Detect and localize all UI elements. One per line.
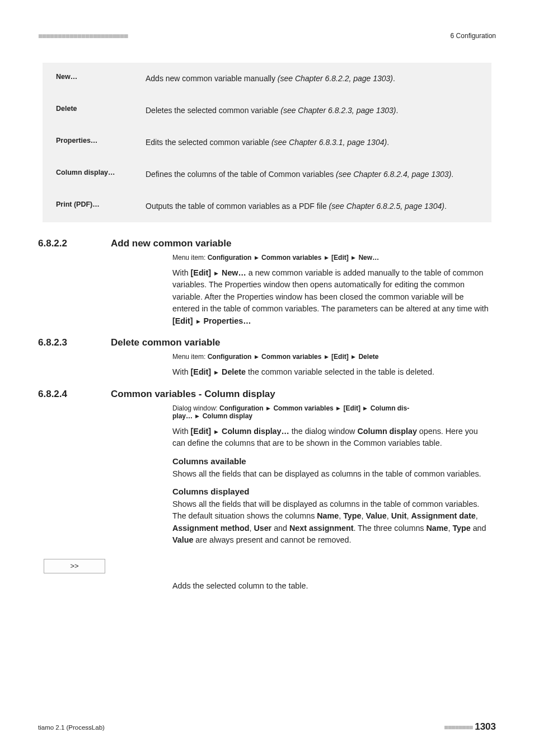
text-bold: Name bbox=[426, 524, 448, 533]
def-desc-text: Defines the columns of the table of Comm… bbox=[146, 170, 336, 179]
def-desc-ref: (see Chapter 6.8.2.5, page 1304) bbox=[329, 202, 444, 211]
text: With bbox=[172, 427, 191, 436]
menu-prefix: Menu item: bbox=[172, 254, 208, 262]
chevron-right-icon: ▶ bbox=[214, 429, 218, 435]
def-desc-post: . bbox=[451, 170, 453, 179]
text: , bbox=[339, 511, 343, 520]
section-heading-6824: 6.8.2.4 Common variables - Column displa… bbox=[38, 389, 496, 400]
menu-part: [Edit] bbox=[331, 353, 349, 361]
menu-path: Dialog window: Configuration ▶ Common va… bbox=[172, 404, 490, 420]
text-bold: Next assignment bbox=[289, 524, 353, 533]
menu-part: Delete bbox=[358, 353, 378, 361]
definitions-block: New… Adds new common variable manually (… bbox=[43, 63, 491, 222]
text: , bbox=[407, 511, 411, 520]
def-desc-ref: (see Chapter 6.8.2.3, page 1303) bbox=[280, 106, 396, 115]
paragraph: Shows all the fields that can be display… bbox=[172, 468, 490, 480]
text: . The three columns bbox=[353, 524, 426, 533]
section-title: Delete common variable bbox=[111, 337, 221, 348]
paragraph: Shows all the fields that will be displa… bbox=[172, 498, 490, 547]
def-row-properties: Properties… Edits the selected common va… bbox=[43, 127, 491, 158]
menu-part: New… bbox=[358, 254, 379, 262]
menu-part: Configuration bbox=[208, 254, 252, 262]
def-desc: Deletes the selected common variable (se… bbox=[146, 105, 478, 116]
section-title: Add new common variable bbox=[111, 238, 231, 249]
section-number: 6.8.2.4 bbox=[38, 389, 111, 400]
menu-path: Menu item: Configuration ▶ Common variab… bbox=[172, 254, 490, 262]
text-bold: [Edit] bbox=[191, 268, 214, 277]
menu-prefix: Dialog window: bbox=[172, 404, 219, 412]
chevron-right-icon: ▶ bbox=[195, 413, 199, 419]
text-bold: [Edit] bbox=[191, 367, 214, 376]
menu-part: Common variables bbox=[273, 404, 333, 412]
chevron-right-icon: ▶ bbox=[336, 405, 340, 411]
chevron-right-icon: ▶ bbox=[214, 270, 218, 276]
chevron-right-icon: ▶ bbox=[214, 370, 218, 375]
def-desc-ref: (see Chapter 6.8.2.2, page 1303) bbox=[278, 74, 393, 83]
def-term: Properties… bbox=[56, 137, 146, 148]
footer-page: ■■■■■■■■1303 bbox=[444, 721, 496, 732]
text-bold: Delete bbox=[222, 367, 246, 376]
menu-part: play… bbox=[172, 412, 194, 420]
def-desc: Defines the columns of the table of Comm… bbox=[146, 169, 478, 180]
text: and bbox=[471, 524, 486, 533]
paragraph: With [Edit] ▶ Column display… the dialog… bbox=[172, 426, 490, 450]
def-term: New… bbox=[56, 73, 146, 85]
def-desc-post: . bbox=[444, 202, 447, 211]
section-number: 6.8.2.2 bbox=[38, 238, 111, 249]
section-number: 6.8.2.3 bbox=[38, 337, 111, 348]
def-desc-post: . bbox=[393, 74, 395, 83]
text: and bbox=[271, 524, 289, 533]
chevron-right-icon: ▶ bbox=[255, 255, 259, 260]
menu-part: Column display bbox=[203, 412, 252, 420]
text: the dialog window bbox=[289, 427, 358, 436]
text-bold: Column display bbox=[357, 427, 416, 436]
text-bold: Assignment date bbox=[411, 511, 476, 520]
menu-path: Menu item: Configuration ▶ Common variab… bbox=[172, 353, 490, 361]
chevron-right-icon: ▶ bbox=[196, 319, 200, 324]
add-column-button[interactable]: >> bbox=[44, 559, 105, 573]
def-desc: Outputs the table of common variables as… bbox=[146, 200, 478, 212]
text: are always present and cannot be removed… bbox=[193, 535, 351, 544]
def-desc-text: Adds new common variable manually bbox=[146, 74, 278, 83]
chevron-right-icon: ▶ bbox=[255, 354, 259, 360]
text-bold: Type bbox=[452, 524, 470, 533]
def-desc-post: . bbox=[396, 106, 399, 115]
menu-part: [Edit] bbox=[343, 404, 360, 412]
paragraph: With [Edit] ▶ Delete the common variable… bbox=[172, 366, 490, 378]
footer-product: tiamo 2.1 (ProcessLab) bbox=[38, 724, 105, 731]
def-desc-post: . bbox=[387, 138, 389, 147]
menu-prefix: Menu item: bbox=[172, 353, 208, 361]
text: the common variable selected in the tabl… bbox=[246, 367, 434, 376]
paragraph: With [Edit] ▶ New… a new common variable… bbox=[172, 267, 490, 327]
text-bold: Properties… bbox=[203, 316, 251, 325]
section-title: Common variables - Column display bbox=[111, 389, 275, 400]
header-chapter: 6 Configuration bbox=[451, 32, 496, 40]
chevron-right-icon: ▶ bbox=[325, 255, 329, 260]
chevron-right-icon: ▶ bbox=[266, 405, 270, 411]
text-bold: Type bbox=[343, 511, 361, 520]
menu-part: [Edit] bbox=[331, 254, 349, 262]
def-term: Delete bbox=[56, 105, 146, 116]
chevron-right-icon: ▶ bbox=[325, 354, 329, 360]
header-ornament: ■■■■■■■■■■■■■■■■■■■■■■■ bbox=[38, 31, 128, 40]
menu-part: Column dis- bbox=[371, 404, 409, 412]
text-bold: New… bbox=[222, 268, 246, 277]
subheading-columns-available: Columns available bbox=[172, 456, 490, 466]
chevron-right-icon: ▶ bbox=[363, 405, 367, 411]
paragraph: Adds the selected column to the table. bbox=[172, 580, 490, 592]
def-term: Column display… bbox=[56, 169, 146, 180]
page-footer: tiamo 2.1 (ProcessLab) ■■■■■■■■1303 bbox=[38, 721, 496, 732]
section-heading-6823: 6.8.2.3 Delete common variable bbox=[38, 337, 496, 348]
text-bold: Assignment method bbox=[172, 524, 249, 533]
text-bold: Value bbox=[366, 511, 386, 520]
text: , bbox=[476, 511, 478, 520]
menu-part: Common variables bbox=[261, 254, 321, 262]
chevron-right-icon: ▶ bbox=[352, 354, 355, 360]
chevron-right-icon: ▶ bbox=[352, 255, 355, 260]
text-bold: [Edit] bbox=[191, 427, 214, 436]
text-bold: Column display… bbox=[222, 427, 289, 436]
def-desc: Adds new common variable manually (see C… bbox=[146, 73, 478, 85]
def-desc: Edits the selected common variable (see … bbox=[146, 137, 478, 148]
text: With bbox=[172, 367, 191, 376]
def-row-delete: Delete Deletes the selected common varia… bbox=[43, 95, 491, 127]
